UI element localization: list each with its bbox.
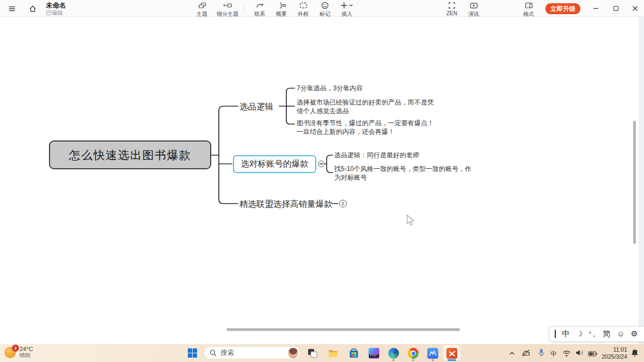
summary-icon — [277, 1, 286, 10]
ime-toolbar: 中 ☽ °， 简 ☺ ⚙ — [549, 326, 644, 342]
child-node[interactable]: 选品逻辑：同行是最好的老师 — [334, 151, 419, 160]
presentation-play-icon — [469, 1, 479, 10]
start-button[interactable] — [188, 348, 199, 359]
tool-format[interactable]: 格式 — [516, 1, 541, 18]
boundary-icon — [299, 1, 308, 10]
blue-mindmap-app-icon[interactable] — [427, 348, 438, 359]
xmind-app-icon-active[interactable] — [446, 348, 457, 359]
tray-time: 11:01 — [593, 346, 627, 353]
pony-app-label: PONY — [369, 354, 379, 358]
tool-insert[interactable]: 插入 — [334, 1, 359, 18]
weather-widget[interactable]: 2 24°C 晴朗 — [4, 346, 33, 359]
tray-wifi-icon[interactable] — [562, 349, 571, 359]
tray-clock[interactable]: 11:01 2025/3/24 — [593, 346, 627, 360]
tool-label: ZEN — [446, 10, 457, 16]
window-maximize-button[interactable] — [610, 2, 622, 14]
document-info: 未命名 已编辑 — [46, 2, 66, 16]
chrome-browser-icon[interactable] — [408, 348, 419, 359]
mouse-cursor-icon — [407, 214, 416, 230]
ime-emoji-icon[interactable]: ☺ — [617, 330, 625, 338]
tool-presentation[interactable]: 演说 — [461, 1, 486, 18]
titlebar: 未命名 已编辑 主题 细分主题 联系 概要 — [0, 0, 644, 17]
app-window: 未命名 已编辑 主题 细分主题 联系 概要 — [0, 0, 644, 362]
running-indicator-dot — [432, 359, 434, 361]
taskbar-search-box[interactable]: 搜索 — [204, 346, 300, 359]
horizontal-scrollbar[interactable] — [226, 328, 460, 331]
tray-microphone-icon[interactable] — [538, 348, 545, 359]
topic-icon — [198, 1, 207, 10]
tray-date: 2025/3/24 — [593, 353, 627, 360]
tray-speaker-icon[interactable] — [575, 349, 584, 359]
hamburger-menu-icon[interactable] — [7, 4, 17, 14]
weather-badge: 2 — [12, 345, 19, 352]
branch-node-benchmark-selected[interactable]: 选对标账号的爆款 — [233, 155, 316, 173]
pony-app-icon[interactable]: PONY — [369, 348, 379, 359]
file-explorer-icon[interactable] — [328, 348, 339, 359]
child-node[interactable]: 图书没有季节性，爆过的产品，一定要有爆点！ 一旦结合上新的内容，还会再爆！ — [297, 119, 434, 136]
vertical-scrollbar[interactable] — [633, 121, 636, 244]
subtopic-icon — [223, 1, 232, 10]
document-title: 未命名 — [46, 2, 66, 9]
root-topic-node[interactable]: 怎么快速选出图书爆款 — [49, 140, 211, 169]
collapse-minus-handle[interactable] — [318, 161, 324, 167]
windows-taskbar: 2 24°C 晴朗 搜索 PONY — [0, 344, 644, 362]
maximize-icon — [614, 6, 618, 11]
window-minimize-button[interactable] — [590, 2, 602, 14]
collapsed-count-badge[interactable]: 2 — [339, 200, 347, 207]
child-node[interactable]: 选择被市场已经验证过的好卖的产品，而不是凭 借个人感觉去选品 — [297, 99, 434, 115]
ime-language-toggle[interactable]: 中 — [562, 330, 570, 338]
tool-topic[interactable]: 主题 — [189, 1, 214, 18]
weather-temperature: 24°C — [20, 346, 33, 352]
running-indicator-dot — [412, 359, 414, 361]
search-icon — [210, 349, 217, 357]
tool-subtopic[interactable]: 细分主题 — [212, 1, 243, 18]
relationship-icon — [255, 1, 265, 10]
sun-weather-icon: 2 — [4, 347, 16, 358]
toolbar-separator — [244, 4, 244, 13]
microsoft-store-icon[interactable] — [348, 348, 359, 359]
active-app-indicator-pill — [447, 359, 456, 361]
ime-cursor-icon[interactable] — [555, 330, 556, 338]
weather-condition: 晴朗 — [20, 352, 33, 359]
edge-browser-icon[interactable] — [388, 348, 399, 359]
svg-text:z: z — [636, 349, 638, 352]
ime-simplified-toggle[interactable]: 简 — [603, 330, 611, 338]
document-status: 已编辑 — [46, 9, 66, 16]
running-indicator-dot — [392, 359, 395, 361]
ime-settings-gear-icon[interactable]: ⚙ — [631, 330, 638, 338]
tray-chevron-up-icon[interactable] — [508, 349, 516, 359]
format-panel-icon — [524, 1, 533, 10]
zen-mode-icon — [447, 1, 456, 10]
ime-punctuation-toggle[interactable]: °， — [589, 331, 597, 338]
upgrade-button[interactable]: 立即升级 — [545, 3, 580, 14]
tray-ime-indicator[interactable]: 中 — [550, 349, 557, 359]
insert-plus-icon — [340, 1, 354, 10]
branch-node-selection-logic[interactable]: 选品逻辑 — [240, 101, 273, 113]
tray-onedrive-cloud-icon[interactable] — [521, 349, 531, 359]
branch-node-alliance[interactable]: 精选联盟选择高销量爆款 — [240, 199, 333, 210]
search-highlight-avatar — [288, 348, 298, 358]
tray-notification-bell-icon[interactable]: z — [630, 348, 639, 359]
child-node[interactable]: 找5-10个风格一致的账号，类型一致的账号，作 为对标账号 — [334, 165, 471, 182]
connector-lines — [0, 17, 644, 344]
child-node[interactable]: 7分靠选品，3分靠内容 — [297, 84, 363, 93]
window-close-button[interactable] — [629, 2, 641, 14]
task-view-button[interactable] — [307, 348, 318, 359]
ime-dark-mode-moon-icon[interactable]: ☽ — [576, 330, 583, 338]
right-edge-panel-strip — [639, 17, 644, 344]
home-icon[interactable] — [28, 4, 38, 14]
mindmap-canvas[interactable]: 怎么快速选出图书爆款 选品逻辑 7分靠选品，3分靠内容 选择被市场已经验证过的好… — [0, 17, 644, 344]
search-placeholder-text: 搜索 — [220, 348, 288, 358]
marker-smiley-icon — [321, 1, 329, 10]
